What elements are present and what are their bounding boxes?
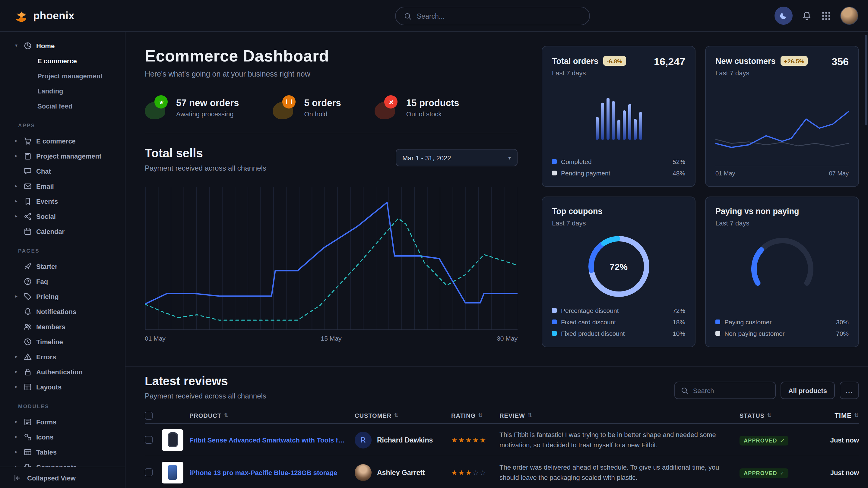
sidebar-item[interactable]: MODULES (0, 403, 125, 410)
review-time: Just now (807, 469, 859, 476)
stat-icon (375, 95, 399, 119)
scrollbar-thumb[interactable] (865, 35, 867, 125)
sort-icon[interactable]: ⇅ (527, 412, 532, 418)
sidebar-item[interactable]: Timeline (0, 334, 125, 349)
sidebar-item[interactable]: ▸ Icons (0, 429, 125, 444)
rocket-icon (24, 262, 32, 270)
sidebar-item[interactable]: Calendar (0, 224, 125, 239)
check-icon: ✓ (780, 438, 784, 444)
legend-value: 70% (836, 330, 849, 337)
legend-value: 52% (673, 158, 685, 165)
sidebar-item[interactable]: ▸ Components (0, 459, 125, 466)
customer-cell[interactable]: Ashley Garrett (355, 464, 451, 481)
sidebar-item[interactable]: ▸ E commerce (0, 133, 125, 148)
sidebar-item[interactable]: ▸ Events (0, 194, 125, 208)
legend-label: Fixed product discount (561, 330, 625, 337)
stat-item: 57 new orders Awating processing (145, 95, 239, 119)
sort-icon[interactable]: ⇅ (478, 412, 483, 418)
row-checkbox[interactable] (145, 468, 153, 476)
sidebar-item[interactable]: Social feed (0, 98, 125, 113)
reviews-search-input[interactable] (693, 387, 770, 394)
sort-icon[interactable]: ⇅ (394, 412, 399, 418)
notifications-button[interactable] (802, 10, 812, 21)
legend-swatch (552, 320, 557, 324)
legend-label: Completed (561, 158, 592, 165)
sidebar-item[interactable]: ▸ Forms (0, 414, 125, 429)
stat-icon (145, 95, 169, 119)
table-icon (24, 448, 32, 456)
sidebar-item[interactable]: Notifications (0, 304, 125, 319)
sidebar-item-label: Forms (36, 418, 56, 425)
sidebar-item[interactable]: Members (0, 319, 125, 334)
x-axis-labels: 01 May15 May30 May (145, 334, 518, 342)
paying-card: Paying vs non paying Last 7 days Paying … (705, 197, 859, 347)
row-checkbox[interactable] (145, 436, 153, 444)
clock-icon (24, 337, 32, 346)
table-body: Fitbit Sense Advanced Smartwatch with To… (145, 424, 859, 488)
sidebar-item[interactable]: Landing (0, 83, 125, 98)
sidebar-item[interactable]: ▸ Authentication (0, 364, 125, 379)
sidebar-item[interactable]: ▸ Project management (0, 148, 125, 163)
total-sells-subtitle: Payment received across all channels (145, 164, 266, 172)
brand-name: phoenix (33, 9, 74, 22)
x-axis-label: 30 May (497, 334, 518, 342)
sort-icon[interactable]: ⇅ (224, 412, 228, 418)
all-products-button[interactable]: All products (780, 382, 835, 399)
legend-swatch (552, 171, 557, 175)
customer-avatar (355, 464, 372, 481)
summary-cards: Total orders -6.8% Last 7 days 16,247 (542, 46, 859, 362)
app-window: phoenix ▾ Home (0, 0, 868, 488)
sidebar-item[interactable]: ▸ Pricing (0, 289, 125, 304)
review-time: Just now (807, 436, 859, 444)
product-link[interactable]: iPhone 13 pro max-Pacific Blue-128GB sto… (189, 469, 337, 476)
legend-item: Fixed product discount 10% (552, 330, 685, 337)
stat-glyph-icon (283, 95, 296, 108)
brand[interactable]: phoenix (10, 8, 74, 23)
user-avatar[interactable] (840, 7, 858, 25)
navbar-actions (775, 7, 858, 25)
new-customers-x-labels: 01 May 07 May (715, 166, 849, 176)
rating-stars: ★★★☆☆ (451, 468, 499, 477)
product-link[interactable]: Fitbit Sense Advanced Smartwatch with To… (189, 436, 346, 444)
customer-cell[interactable]: R Richard Dawkins (355, 431, 451, 448)
paying-legend: Paying customer 30% Non-paying customer … (715, 318, 849, 337)
sidebar-item-label: MODULES (18, 403, 49, 409)
sort-icon[interactable]: ⇅ (767, 412, 772, 418)
apps-grid-button[interactable] (821, 10, 831, 21)
stat-value: 5 orders (304, 97, 341, 108)
sidebar-item[interactable]: ▸ Email (0, 178, 125, 194)
stat-value: 57 new orders (176, 97, 239, 108)
sidebar-item-label: Icons (36, 433, 53, 441)
sidebar-item[interactable]: E commerce (0, 53, 125, 68)
sort-icon[interactable]: ⇅ (854, 412, 859, 418)
clipboard-icon (24, 152, 32, 160)
more-options-button[interactable]: ... (840, 382, 859, 399)
collapse-icon (13, 474, 22, 482)
sidebar-item[interactable]: Faq (0, 274, 125, 289)
sidebar-item[interactable]: Project management (0, 68, 125, 83)
sidebar-item[interactable]: Starter (0, 259, 125, 274)
sidebar-item[interactable]: Chat (0, 163, 125, 178)
sidebar-item[interactable]: ▸ Errors (0, 349, 125, 364)
theme-toggle-button[interactable] (775, 7, 793, 25)
stat-value: 15 products (406, 97, 459, 108)
sidebar-item[interactable]: ▸ Tables (0, 444, 125, 459)
bell-icon (802, 10, 812, 21)
select-all-checkbox[interactable] (145, 412, 153, 419)
card-title: New customers (715, 56, 776, 65)
sidebar-item[interactable]: ▸ Social (0, 208, 125, 224)
sidebar-item[interactable]: APPS (0, 122, 125, 129)
sidebar-item[interactable]: PAGES (0, 247, 125, 254)
date-range-select[interactable]: Mar 1 - 31, 2022 ▾ (396, 149, 518, 166)
global-search-input[interactable] (417, 12, 582, 20)
bookmark-icon (24, 197, 32, 205)
sidebar-item-label: Notifications (36, 308, 76, 315)
col-status: STATUS⇅ (740, 412, 807, 419)
sidebar-item-label: Project management (36, 152, 101, 159)
collapse-view-toggle[interactable]: Collapsed View (0, 466, 125, 488)
sidebar-item-label: Components (36, 463, 76, 466)
sidebar-item[interactable]: ▾ Home (0, 38, 125, 53)
legend-value: 10% (673, 330, 685, 337)
sidebar-item[interactable]: ▸ Layouts (0, 379, 125, 394)
col-customer: CUSTOMER⇅ (355, 412, 451, 419)
